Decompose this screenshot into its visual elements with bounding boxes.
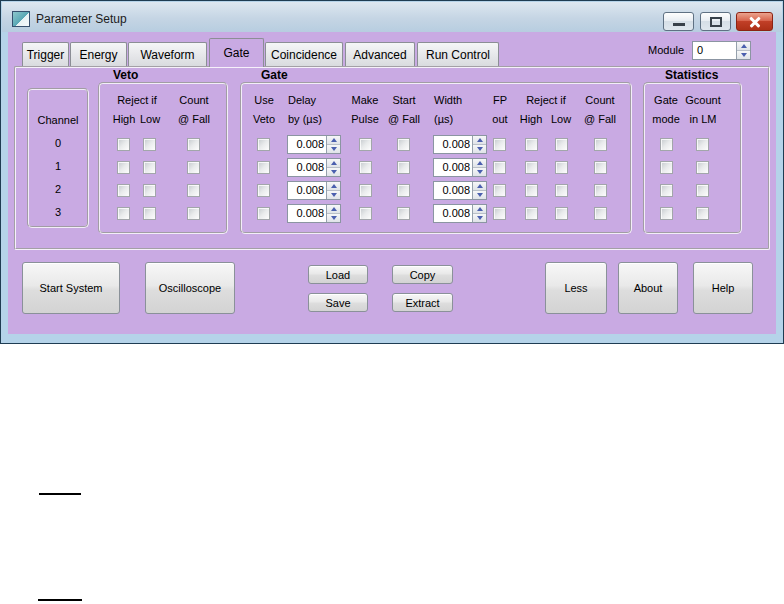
gate-delay-ch2-value: 0.008 — [290, 182, 324, 199]
gate-make-pulse-ch2-checkbox[interactable] — [359, 184, 372, 197]
gate-start-fall-ch2-checkbox[interactable] — [397, 184, 410, 197]
gate-fp-out-ch1-checkbox[interactable] — [493, 161, 506, 174]
module-spin-buttons[interactable] — [736, 42, 750, 59]
module-label: Module — [648, 44, 684, 57]
minimize-button[interactable] — [663, 12, 694, 31]
gate-reject-high-ch2-checkbox[interactable] — [525, 184, 538, 197]
channel-3-label: 3 — [55, 206, 61, 219]
tab-trigger[interactable]: Trigger — [22, 42, 69, 66]
stats-gate-mode-ch1-checkbox[interactable] — [660, 161, 673, 174]
veto-count-fall-ch3-checkbox[interactable] — [187, 207, 200, 220]
gate-use-veto-ch1-checkbox[interactable] — [257, 161, 270, 174]
tab-energy[interactable]: Energy — [70, 42, 127, 66]
gate-count-fall-ch3-checkbox[interactable] — [594, 207, 607, 220]
gate-start-fall-ch0-checkbox[interactable] — [397, 138, 410, 151]
veto-reject-low-ch1-checkbox[interactable] — [143, 161, 156, 174]
gate-width-ch3-value: 0.008 — [436, 205, 470, 222]
gate-delay-ch3-spin-buttons[interactable] — [326, 205, 340, 222]
gate-delay-ch1-spin-buttons[interactable] — [326, 159, 340, 176]
extract-button[interactable]: Extract — [392, 293, 453, 312]
veto-reject-high-ch3-checkbox[interactable] — [117, 207, 130, 220]
gate-header-high: High — [520, 113, 543, 126]
gate-fp-out-ch2-checkbox[interactable] — [493, 184, 506, 197]
tab-coincidence[interactable]: Coincidence — [265, 42, 343, 66]
less-button[interactable]: Less — [545, 262, 607, 314]
veto-reject-low-ch2-checkbox[interactable] — [143, 184, 156, 197]
gate-width-ch0-spin-buttons[interactable] — [472, 136, 486, 153]
gate-reject-high-ch1-checkbox[interactable] — [525, 161, 538, 174]
load-button[interactable]: Load — [308, 265, 368, 284]
veto-count-fall-ch0-checkbox[interactable] — [187, 138, 200, 151]
gate-count-fall-ch1-checkbox[interactable] — [594, 161, 607, 174]
stats-gate-mode-ch2-checkbox[interactable] — [660, 184, 673, 197]
oscilloscope-button[interactable]: Oscilloscope — [145, 262, 235, 314]
gate-count-fall-ch0-checkbox[interactable] — [594, 138, 607, 151]
stats-gate-mode-ch3-checkbox[interactable] — [660, 207, 673, 220]
gate-header-delay-units: by (µs) — [288, 113, 322, 126]
close-button[interactable] — [736, 12, 773, 31]
gate-use-veto-ch0-checkbox[interactable] — [257, 138, 270, 151]
tab-advanced[interactable]: Advanced — [345, 42, 415, 66]
gate-delay-ch2-spin-buttons[interactable] — [326, 182, 340, 199]
gate-count-fall-ch2-checkbox[interactable] — [594, 184, 607, 197]
gate-delay-ch0-spinbox[interactable]: 0.008 — [287, 135, 341, 154]
tab-waveform[interactable]: Waveform — [128, 42, 207, 66]
tab-run-control[interactable]: Run Control — [417, 42, 499, 66]
spin-up-icon — [737, 42, 750, 51]
gate-header-width-units: (µs) — [434, 113, 453, 126]
veto-reject-low-ch3-checkbox[interactable] — [143, 207, 156, 220]
stats-gcount-lm-ch1-checkbox[interactable] — [696, 161, 709, 174]
gate-reject-low-ch3-checkbox[interactable] — [555, 207, 568, 220]
gate-delay-ch2-spinbox[interactable]: 0.008 — [287, 181, 341, 200]
gate-start-fall-ch3-checkbox[interactable] — [397, 207, 410, 220]
gate-delay-ch3-spinbox[interactable]: 0.008 — [287, 204, 341, 223]
gate-use-veto-ch2-checkbox[interactable] — [257, 184, 270, 197]
gate-reject-high-ch3-checkbox[interactable] — [525, 207, 538, 220]
gate-reject-low-ch0-checkbox[interactable] — [555, 138, 568, 151]
save-button[interactable]: Save — [308, 293, 368, 312]
veto-count-fall-ch2-checkbox[interactable] — [187, 184, 200, 197]
gate-header-veto: Veto — [253, 113, 275, 126]
gate-fp-out-ch0-checkbox[interactable] — [493, 138, 506, 151]
veto-count-fall-ch1-checkbox[interactable] — [187, 161, 200, 174]
gate-make-pulse-ch1-checkbox[interactable] — [359, 161, 372, 174]
veto-header-at-fall: @ Fall — [178, 113, 210, 126]
module-value: 0 — [695, 42, 734, 59]
gate-width-ch3-spinbox[interactable]: 0.008 — [433, 204, 487, 223]
gate-width-ch1-spinbox[interactable]: 0.008 — [433, 158, 487, 177]
veto-reject-high-ch2-checkbox[interactable] — [117, 184, 130, 197]
gate-width-ch0-spinbox[interactable]: 0.008 — [433, 135, 487, 154]
gate-start-fall-ch1-checkbox[interactable] — [397, 161, 410, 174]
gate-width-ch2-value: 0.008 — [436, 182, 470, 199]
gate-width-ch2-spinbox[interactable]: 0.008 — [433, 181, 487, 200]
veto-reject-high-ch1-checkbox[interactable] — [117, 161, 130, 174]
gate-delay-ch1-spinbox[interactable]: 0.008 — [287, 158, 341, 177]
veto-reject-low-ch0-checkbox[interactable] — [143, 138, 156, 151]
gate-reject-low-ch2-checkbox[interactable] — [555, 184, 568, 197]
gate-width-ch3-spin-buttons[interactable] — [472, 205, 486, 222]
gate-header-use: Use — [254, 94, 274, 107]
start-system-button[interactable]: Start System — [22, 262, 120, 314]
stats-gcount-lm-ch0-checkbox[interactable] — [696, 138, 709, 151]
stats-gcount-lm-ch3-checkbox[interactable] — [696, 207, 709, 220]
maximize-button[interactable] — [700, 12, 731, 31]
stats-gate-mode-ch0-checkbox[interactable] — [660, 138, 673, 151]
minimize-icon — [673, 23, 685, 26]
gate-make-pulse-ch3-checkbox[interactable] — [359, 207, 372, 220]
gate-width-ch2-spin-buttons[interactable] — [472, 182, 486, 199]
gate-use-veto-ch3-checkbox[interactable] — [257, 207, 270, 220]
help-button[interactable]: Help — [693, 262, 753, 314]
gate-reject-high-ch0-checkbox[interactable] — [525, 138, 538, 151]
gate-make-pulse-ch0-checkbox[interactable] — [359, 138, 372, 151]
gate-fp-out-ch3-checkbox[interactable] — [493, 207, 506, 220]
module-spinbox[interactable]: 0 — [692, 41, 751, 60]
stats-gcount-lm-ch2-checkbox[interactable] — [696, 184, 709, 197]
veto-reject-high-ch0-checkbox[interactable] — [117, 138, 130, 151]
tab-gate[interactable]: Gate — [209, 38, 264, 67]
gate-delay-ch0-spin-buttons[interactable] — [326, 136, 340, 153]
copy-button[interactable]: Copy — [392, 265, 453, 284]
gate-width-ch1-spin-buttons[interactable] — [472, 159, 486, 176]
gate-reject-low-ch1-checkbox[interactable] — [555, 161, 568, 174]
spin-down-icon — [327, 214, 340, 222]
about-button[interactable]: About — [618, 262, 678, 314]
